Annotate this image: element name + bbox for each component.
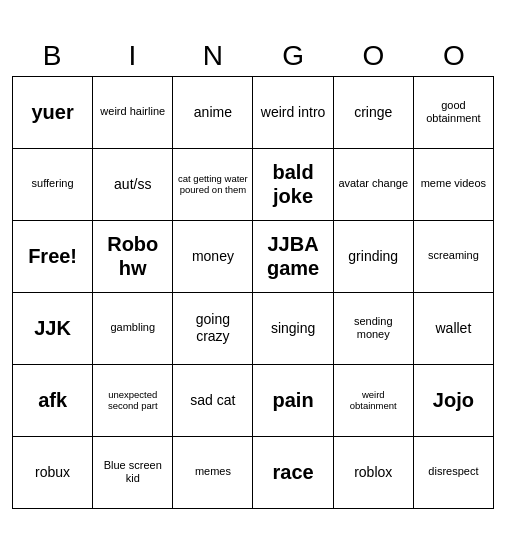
bingo-cell: disrespect: [414, 437, 494, 509]
bingo-grid: yuerweird hairlineanimeweird introcringe…: [12, 76, 494, 509]
bingo-cell: Blue screen kid: [93, 437, 173, 509]
bingo-cell: robux: [13, 437, 93, 509]
bingo-cell: cringe: [334, 77, 414, 149]
bingo-cell: anime: [173, 77, 253, 149]
bingo-cell: afk: [13, 365, 93, 437]
header-letter: G: [253, 36, 333, 76]
bingo-card: BINGOO yuerweird hairlineanimeweird intr…: [8, 32, 498, 513]
bingo-cell: memes: [173, 437, 253, 509]
bingo-cell: gambling: [93, 293, 173, 365]
bingo-cell: weird intro: [253, 77, 333, 149]
bingo-cell: money: [173, 221, 253, 293]
header-letter: B: [12, 36, 92, 76]
header-letter: O: [414, 36, 494, 76]
bingo-cell: JJK: [13, 293, 93, 365]
bingo-cell: unexpected second part: [93, 365, 173, 437]
bingo-cell: weird obtainment: [334, 365, 414, 437]
bingo-cell: sad cat: [173, 365, 253, 437]
bingo-cell: wallet: [414, 293, 494, 365]
bingo-cell: going crazy: [173, 293, 253, 365]
bingo-cell: screaming: [414, 221, 494, 293]
bingo-cell: race: [253, 437, 333, 509]
bingo-cell: cat getting water poured on them: [173, 149, 253, 221]
bingo-cell: aut/ss: [93, 149, 173, 221]
bingo-cell: yuer: [13, 77, 93, 149]
bingo-cell: JJBA game: [253, 221, 333, 293]
header-letter: I: [92, 36, 172, 76]
bingo-cell: Free!: [13, 221, 93, 293]
bingo-cell: singing: [253, 293, 333, 365]
header-letter: N: [173, 36, 253, 76]
bingo-cell: grinding: [334, 221, 414, 293]
header-letter: O: [333, 36, 413, 76]
bingo-cell: roblox: [334, 437, 414, 509]
bingo-cell: suffering: [13, 149, 93, 221]
bingo-cell: Jojo: [414, 365, 494, 437]
bingo-cell: Robo hw: [93, 221, 173, 293]
bingo-cell: bald joke: [253, 149, 333, 221]
bingo-cell: weird hairline: [93, 77, 173, 149]
bingo-cell: sending money: [334, 293, 414, 365]
bingo-cell: meme videos: [414, 149, 494, 221]
bingo-cell: good obtainment: [414, 77, 494, 149]
bingo-header: BINGOO: [12, 36, 494, 76]
bingo-cell: pain: [253, 365, 333, 437]
bingo-cell: avatar change: [334, 149, 414, 221]
